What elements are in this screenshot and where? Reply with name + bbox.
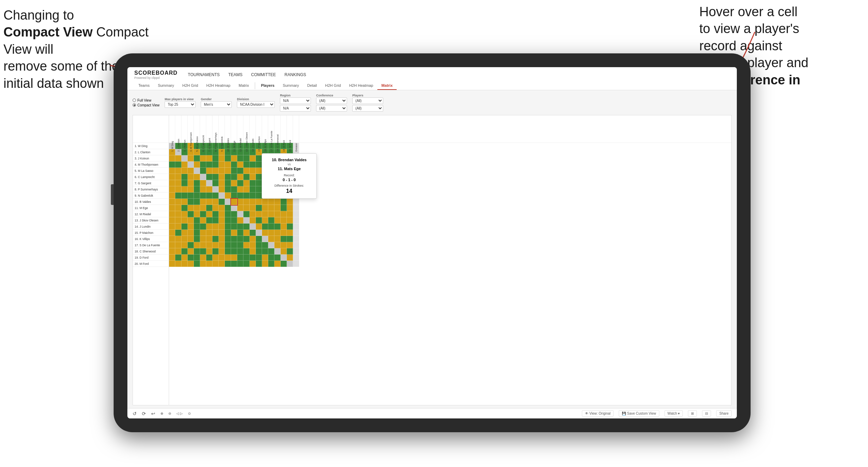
cell-11-11[interactable] xyxy=(231,205,237,211)
cell-10-3[interactable] xyxy=(181,199,188,205)
cell-6-9[interactable] xyxy=(219,174,225,180)
division-select[interactable]: NCAA Division I xyxy=(237,101,275,108)
cell-10-6[interactable] xyxy=(200,199,206,205)
tab-teams[interactable]: Teams xyxy=(134,82,154,90)
cell-12-2[interactable] xyxy=(175,211,181,217)
watch-button[interactable]: Watch ▾ xyxy=(665,410,683,417)
cell-7-8[interactable] xyxy=(212,180,219,186)
cell-20-16[interactable] xyxy=(262,261,268,267)
cell-11-2[interactable] xyxy=(175,205,181,211)
cell-11-4[interactable] xyxy=(188,205,194,211)
tab-matrix-team[interactable]: Matrix xyxy=(234,82,253,90)
cell-9-10[interactable] xyxy=(225,193,231,199)
cell-19-17[interactable] xyxy=(268,255,274,261)
cell-16-17[interactable] xyxy=(268,236,274,242)
cell-11-15[interactable] xyxy=(256,205,262,211)
cell-6-11[interactable] xyxy=(231,174,237,180)
cell-10-21[interactable] xyxy=(293,199,299,205)
cell-6-3[interactable] xyxy=(181,174,188,180)
cell-14-13[interactable] xyxy=(243,224,250,230)
cell-4-14[interactable] xyxy=(250,162,256,168)
cell-18-18[interactable] xyxy=(274,248,281,255)
cell-7-10[interactable] xyxy=(225,180,231,186)
cell-8-6[interactable] xyxy=(200,186,206,193)
cell-10-19[interactable] xyxy=(281,199,287,205)
cell-11-8[interactable] xyxy=(212,205,219,211)
cell-7-3[interactable] xyxy=(181,180,188,186)
cell-6-6[interactable] xyxy=(200,174,206,180)
full-view-radio[interactable] xyxy=(133,98,136,102)
cell-5-3[interactable] xyxy=(181,168,188,174)
cell-16-5[interactable] xyxy=(194,236,200,242)
grid-button[interactable]: ⊟ xyxy=(702,410,711,417)
cell-14-6[interactable] xyxy=(200,224,206,230)
region-select2[interactable]: N/A xyxy=(280,105,311,112)
cell-19-7[interactable] xyxy=(206,255,212,261)
cell-8-13[interactable] xyxy=(243,186,250,193)
cell-19-6[interactable] xyxy=(200,255,206,261)
cell-19-8[interactable] xyxy=(212,255,219,261)
cell-19-18[interactable] xyxy=(274,255,281,261)
max-players-select[interactable]: Top 25 xyxy=(165,101,196,108)
cell-5-11[interactable] xyxy=(231,168,237,174)
cell-16-15[interactable] xyxy=(256,236,262,242)
minus-button[interactable]: ⊖ xyxy=(168,412,171,415)
cell-4-8[interactable] xyxy=(212,162,219,168)
conference-select1[interactable]: (All) xyxy=(316,97,347,104)
cell-9-12[interactable] xyxy=(237,193,243,199)
cell-11-16[interactable] xyxy=(262,205,268,211)
cell-9-11[interactable] xyxy=(231,193,237,199)
cell-15-17[interactable] xyxy=(268,230,274,236)
cell-5-15[interactable] xyxy=(256,168,262,174)
cell-19-1[interactable] xyxy=(169,255,175,261)
cell-15-5[interactable] xyxy=(194,230,200,236)
cell-11-21[interactable] xyxy=(293,205,299,211)
cell-12-16[interactable] xyxy=(262,211,268,217)
cell-18-4[interactable] xyxy=(188,248,194,255)
cell-16-14[interactable] xyxy=(250,236,256,242)
cell-11-20[interactable] xyxy=(287,205,293,211)
cell-5-7[interactable] xyxy=(206,168,212,174)
cell-3-7[interactable] xyxy=(206,155,212,162)
cell-9-8[interactable] xyxy=(212,193,219,199)
cell-14-8[interactable] xyxy=(212,224,219,230)
cell-10-20[interactable] xyxy=(287,199,293,205)
cell-14-1[interactable] xyxy=(169,224,175,230)
cell-17-13[interactable] xyxy=(243,242,250,248)
cell-16-2[interactable] xyxy=(175,236,181,242)
cell-18-3[interactable] xyxy=(181,248,188,255)
cell-10-7[interactable] xyxy=(206,199,212,205)
cell-4-4[interactable] xyxy=(188,162,194,168)
cell-17-10[interactable] xyxy=(225,242,231,248)
cell-13-10[interactable] xyxy=(225,217,231,224)
cell-18-1[interactable] xyxy=(169,248,175,255)
cell-16-13[interactable] xyxy=(243,236,250,242)
cell-8-2[interactable] xyxy=(175,186,181,193)
cell-14-18[interactable] xyxy=(274,224,281,230)
cell-8-11[interactable] xyxy=(231,186,237,193)
cell-12-15[interactable] xyxy=(256,211,262,217)
conference-select2[interactable]: (All) xyxy=(316,105,347,112)
cell-14-9[interactable] xyxy=(219,224,225,230)
cell-18-21[interactable] xyxy=(293,248,299,255)
cell-14-7[interactable] xyxy=(206,224,212,230)
cell-17-12[interactable] xyxy=(237,242,243,248)
cell-3-3[interactable] xyxy=(181,155,188,162)
cell-8-9[interactable] xyxy=(219,186,225,193)
undo-button[interactable]: ↺ xyxy=(133,411,137,416)
compact-view-option[interactable]: Compact View xyxy=(133,103,159,107)
cell-13-1[interactable] xyxy=(169,217,175,224)
cell-16-6[interactable] xyxy=(200,236,206,242)
cell-17-20[interactable] xyxy=(287,242,293,248)
cell-3-8[interactable] xyxy=(212,155,219,162)
cell-10-12[interactable] xyxy=(237,199,243,205)
cell-16-10[interactable] xyxy=(225,236,231,242)
cell-11-19[interactable] xyxy=(281,205,287,211)
cell-11-7[interactable] xyxy=(206,205,212,211)
cell-19-11[interactable] xyxy=(231,255,237,261)
cell-13-3[interactable] xyxy=(181,217,188,224)
cell-19-9[interactable] xyxy=(219,255,225,261)
cell-18-5[interactable] xyxy=(194,248,200,255)
cell-8-14[interactable] xyxy=(250,186,256,193)
redo-button[interactable]: ⟳ xyxy=(142,411,146,416)
